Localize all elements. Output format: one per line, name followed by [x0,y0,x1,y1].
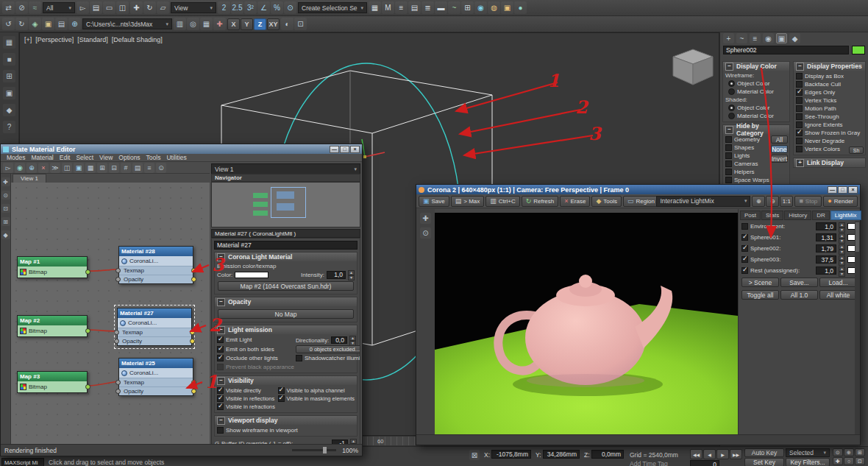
vfb-tab[interactable]: History [784,211,811,220]
sme-layout-all-icon[interactable]: ⊞ [97,163,107,173]
go-to-start-button[interactable]: ◀◀ [690,449,702,459]
sme-menu-item[interactable]: Edit [57,154,74,161]
rectangular-selection-region-icon[interactable]: ▭ [103,1,115,14]
select-and-scale-icon[interactable]: ▱ [157,1,169,14]
sme-fit-view-icon[interactable]: ⊞ [1,217,10,226]
texmap-slot[interactable]: Texmap [119,266,193,275]
axis-constraint-button[interactable]: X [227,18,240,30]
view-dropdown[interactable]: View [171,2,216,13]
navigator-panel[interactable] [211,182,360,227]
map-node-1[interactable]: Map #1 Bitmap [17,256,88,278]
slot-socket[interactable] [191,380,196,385]
display-property-checkbox[interactable]: Backface Cull [796,80,863,88]
close-button[interactable]: × [350,146,360,153]
sme-zoom-region-icon[interactable]: ⊡ [1,204,10,213]
zoom-icon[interactable]: ⊙ [833,448,843,456]
material-node-27[interactable]: Material #27 CoronaLi... Texmap Opacity [117,308,192,346]
motion-tab-icon[interactable]: ◉ [763,33,774,43]
keyboard-override-icon[interactable]: ⊡ [294,18,307,30]
isolate-selection-icon[interactable]: ◎ [187,18,199,30]
object-name-field[interactable]: Sphere002 [723,46,849,54]
emission-texmap-button[interactable]: Map #2 (1044 Overcast Sun.hdr) [218,281,354,291]
sme-menu-item[interactable]: Material [29,154,57,161]
visibility-checkbox[interactable]: Visible in refractions [217,403,277,411]
lightmix-row[interactable]: Sphere001: 1,31 [739,232,860,243]
shadowcatcher-checkbox[interactable]: Shadowcatcher illuminator [296,354,360,362]
undo-icon[interactable]: ↺ [2,18,15,30]
render-mode-dropdown[interactable]: Interactive LightMix [656,196,750,207]
go-to-end-button[interactable]: ▶▶ [730,449,742,459]
axis-constraint-button[interactable]: XY [267,18,280,30]
project-path-dropdown[interactable]: C:\Users\c...nts\3dsMax [82,18,172,29]
show-wireframe-checkbox[interactable]: Show wireframe in viewport [217,426,355,434]
sme-options-icon[interactable]: ≡ [144,163,154,173]
lightmix-action-button[interactable]: Save... [780,278,818,287]
lightmix-checkbox[interactable] [741,266,748,275]
opacity-rollout-header[interactable]: Opacity [215,297,357,306]
spinner-snap-icon[interactable]: ⊙ [284,1,296,14]
sme-menu-item[interactable]: Options [115,154,143,161]
display-property-checkbox[interactable]: Ignore Extents [796,121,863,129]
visibility-checkbox[interactable]: Visible in reflections [217,395,277,403]
lightmix-row[interactable]: Sphere002: 1,79 [739,243,860,254]
sme-layout-children-icon[interactable]: ⊟ [109,163,119,173]
sme-node-view[interactable]: Map #1 Bitmap Material #28 CoronaLi... T… [11,183,210,445]
selection-filter-dropdown[interactable]: All [43,2,75,13]
z-coordinate-field[interactable]: 0,0mm [591,450,624,459]
input-socket[interactable] [115,389,121,394]
maxscript-mini-listener[interactable]: MAXScript Mi [1,458,44,466]
key-selection-dropdown[interactable]: Selected [786,448,830,457]
display-property-checkbox[interactable]: Motion Path [796,105,863,113]
wireframe-color-radio[interactable]: Material Color [725,88,787,96]
visibility-checkbox[interactable]: Visible to alpha channel [278,386,355,395]
bind-to-space-warp-icon[interactable]: ≈ [29,1,41,14]
material-node-25[interactable]: Material #25 CoronaLi... Texmap Opacity [118,358,193,396]
angle-snap-icon[interactable]: ∠ [257,1,270,14]
viewport-menu-pov[interactable]: [Perspective] [35,36,74,43]
material-editor-icon[interactable]: ◉ [474,1,487,14]
map-node-3[interactable]: Map #3 Bitmap [17,371,88,393]
curve-editor-icon[interactable]: ~ [448,1,460,14]
display-filter-icon[interactable]: ▦ [200,18,213,30]
corona-title-bar[interactable]: Corona 2 | 640×480px (1:1) | Camera: Fre… [416,185,860,194]
navigator-view-rect[interactable] [271,187,306,218]
mirror-icon[interactable]: M [382,1,394,14]
sme-menu-item[interactable]: Tools [143,154,164,161]
snap-toggle-25d-icon[interactable]: 2.5 [231,1,243,14]
layout-quad-icon[interactable]: ⊞ [3,70,15,82]
help-icon[interactable]: ? [3,121,15,133]
schematic-view-icon[interactable]: ⊞ [461,1,474,14]
vfb-zoom-in-button[interactable]: ⊕ [752,196,765,207]
opacity-map-button[interactable]: No Map [218,309,354,319]
input-socket[interactable] [115,268,121,273]
display-property-checkbox[interactable]: Display as Box [796,72,863,80]
directionality-spinner[interactable] [349,336,356,345]
lightmix-spinner[interactable] [839,233,845,242]
output-socket[interactable] [85,269,90,275]
y-coordinate-field[interactable]: 34,286mm [543,450,580,459]
viewport-display-rollout-header[interactable]: Viewport display [215,416,357,425]
orbit-icon[interactable]: ○ [844,457,854,465]
create-selection-set-dropdown[interactable]: Create Selection Se [298,2,367,13]
sme-menu-item[interactable]: Modes [4,154,29,161]
sme-pick-material-icon[interactable]: ◉ [15,163,25,173]
material-name-field[interactable]: Material #27 [214,241,357,250]
maximize-button[interactable]: □ [838,186,847,194]
lightmix-value-field[interactable]: 1,31 [816,233,836,241]
snap-toggle-2d-icon[interactable]: 2 [218,1,230,14]
lightmix-scrollbar[interactable] [855,221,860,435]
project-folder-icon[interactable]: ▣ [42,18,54,30]
key-filters-button[interactable]: Key Filters... [786,458,830,466]
output-socket[interactable] [85,328,90,333]
sme-delete-icon[interactable]: × [38,163,49,173]
display-property-checkbox[interactable]: Vertex Ticks [796,96,863,105]
lightmix-value-field[interactable]: 37,5 [816,255,836,264]
vfb-tools-button[interactable]: ◆Tools [591,196,622,207]
slot-socket[interactable] [190,330,195,335]
display-property-checkbox[interactable]: Show Frozen in Gray [796,129,863,137]
render-production-icon[interactable]: ● [514,1,527,14]
close-button[interactable]: × [848,186,858,194]
sme-pan-icon[interactable]: ✚ [1,177,10,186]
maximize-viewport-toggle-icon[interactable]: ⊡ [855,457,865,465]
viewcube[interactable] [667,46,719,89]
